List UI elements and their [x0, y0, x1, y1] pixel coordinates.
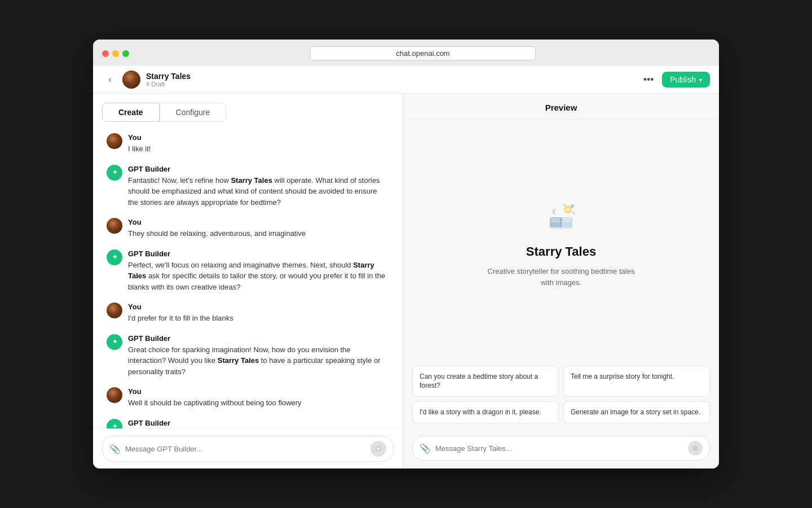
- message-group: You Well it should be captivating withou…: [107, 387, 389, 409]
- message-group: ✦ GPT Builder Fantastic! Now, let's refi…: [107, 165, 389, 208]
- preview-send-icon: [692, 445, 699, 452]
- user-avatar: [107, 218, 122, 234]
- message-group: ✦ GPT Builder Perfect, we'll focus on re…: [107, 249, 389, 293]
- preview-message-input[interactable]: [435, 444, 683, 453]
- message-sender: You: [128, 218, 389, 226]
- message-text: I like it!: [128, 143, 389, 155]
- suggestion-chip[interactable]: Can you create a bedtime story about a f…: [412, 366, 559, 397]
- browser-window: chat.openai.com ‹ Starry Tales # Draft •…: [93, 40, 719, 468]
- svg-rect-6: [551, 221, 560, 222]
- message-content: You I like it!: [128, 133, 389, 155]
- publish-chevron-icon: ▾: [699, 77, 702, 83]
- message-text: Perfect, we'll focus on relaxing and ima…: [128, 260, 389, 293]
- svg-point-11: [563, 204, 566, 206]
- gpt-name: Starry Tales: [146, 72, 191, 81]
- svg-rect-8: [562, 221, 571, 222]
- message-content: GPT Builder Perfect, we'll focus on rela…: [128, 249, 389, 293]
- left-panel: Create Configure You I like it!: [93, 94, 403, 468]
- preview-input-box: 📎: [412, 436, 710, 461]
- message-text: I'd prefer for it to fill in the blanks: [128, 313, 389, 324]
- chat-input-box: 📎: [102, 436, 394, 462]
- publish-button[interactable]: Publish ▾: [662, 72, 710, 87]
- message-content: You I'd prefer for it to fill in the bla…: [128, 303, 389, 324]
- message-group: You They should be relaxing, adventurous…: [107, 218, 389, 239]
- avatar-image: [122, 71, 140, 89]
- publish-label: Publish: [670, 75, 696, 84]
- message-content: GPT Builder Fantastic! Now, let's refine…: [128, 165, 389, 208]
- svg-point-10: [571, 204, 574, 208]
- back-button[interactable]: ‹: [102, 72, 118, 87]
- browser-content: ‹ Starry Tales # Draft ••• Publish ▾: [93, 66, 719, 468]
- message-group: ✦ GPT Builder Updating GPT...: [107, 419, 389, 429]
- preview-input-area: 📎: [403, 430, 719, 468]
- message-content: You They should be relaxing, adventurous…: [128, 218, 389, 239]
- preview-attach-button[interactable]: 📎: [420, 443, 431, 454]
- message-sender: GPT Builder: [128, 419, 389, 427]
- gpt-status: # Draft: [146, 81, 191, 87]
- preview-gpt-description: Creative storyteller for soothing bedtim…: [482, 266, 640, 288]
- preview-send-button[interactable]: [688, 441, 703, 456]
- close-button[interactable]: [102, 50, 109, 57]
- message-text: They should be relaxing, adventurous, an…: [128, 228, 389, 239]
- user-avatar: [107, 303, 122, 318]
- send-icon: [375, 445, 382, 452]
- preview-gpt-icon: [541, 197, 581, 238]
- svg-rect-5: [551, 218, 560, 220]
- message-sender: GPT Builder: [128, 165, 389, 173]
- message-content: GPT Builder Updating GPT...: [128, 419, 389, 429]
- gpt-title-block: Starry Tales # Draft: [146, 72, 191, 87]
- gpt-avatar: [122, 71, 140, 89]
- address-bar[interactable]: chat.openai.com: [310, 46, 536, 60]
- message-group: You I'd prefer for it to fill in the bla…: [107, 303, 389, 324]
- svg-point-12: [572, 212, 575, 214]
- preview-header: Preview: [403, 94, 719, 120]
- suggestion-chip[interactable]: Tell me a surprise story for tonight.: [563, 366, 710, 397]
- send-button[interactable]: [370, 441, 386, 457]
- app-toolbar: ‹ Starry Tales # Draft ••• Publish ▾: [93, 66, 719, 94]
- suggestion-chip[interactable]: I'd like a story with a dragon in it, pl…: [412, 401, 559, 423]
- svg-rect-7: [562, 218, 571, 220]
- preview-suggestions: Can you create a bedtime story about a f…: [403, 366, 719, 430]
- minimize-button[interactable]: [112, 50, 119, 57]
- more-options-button[interactable]: •••: [639, 71, 657, 89]
- message-sender: You: [128, 387, 389, 396]
- browser-chrome: chat.openai.com: [93, 40, 719, 66]
- tab-row: Create Configure: [93, 94, 403, 122]
- message-sender: You: [128, 303, 389, 311]
- message-group: You I like it!: [107, 133, 389, 155]
- svg-point-13: [692, 445, 698, 451]
- builder-avatar: ✦: [107, 419, 122, 429]
- traffic-lights: [102, 50, 129, 57]
- message-sender: GPT Builder: [128, 334, 389, 343]
- tab-create[interactable]: Create: [102, 103, 160, 122]
- message-sender: You: [128, 133, 389, 142]
- builder-avatar: ✦: [107, 165, 122, 181]
- attach-button[interactable]: 📎: [109, 444, 121, 454]
- message-content: You Well it should be captivating withou…: [128, 387, 389, 409]
- tab-configure[interactable]: Configure: [160, 103, 227, 122]
- message-input[interactable]: [125, 445, 366, 453]
- suggestion-chip[interactable]: Generate an image for a story set in spa…: [563, 401, 710, 423]
- message-group: ✦ GPT Builder Great choice for sparking …: [107, 334, 389, 378]
- builder-avatar: ✦: [107, 334, 122, 350]
- message-sender: GPT Builder: [128, 249, 389, 258]
- chat-area: You I like it! ✦ GPT Builder Fantastic! …: [93, 122, 403, 428]
- chat-input-area: 📎: [93, 428, 403, 468]
- main-content: Create Configure You I like it!: [93, 94, 719, 468]
- gpt-info: Starry Tales # Draft: [122, 71, 191, 89]
- preview-body: Starry Tales Creative storyteller for so…: [403, 120, 719, 366]
- maximize-button[interactable]: [122, 50, 129, 57]
- message-text: Great choice for sparking imagination! N…: [128, 344, 389, 378]
- user-avatar: [107, 387, 122, 403]
- builder-avatar: ✦: [107, 249, 122, 265]
- preview-gpt-name: Starry Tales: [526, 244, 596, 259]
- message-text: Fantastic! Now, let's refine how Starry …: [128, 175, 389, 208]
- message-text: Well it should be captivating without be…: [128, 397, 389, 409]
- message-content: GPT Builder Great choice for sparking im…: [128, 334, 389, 378]
- user-avatar: [107, 133, 122, 149]
- right-panel: Preview: [403, 94, 719, 468]
